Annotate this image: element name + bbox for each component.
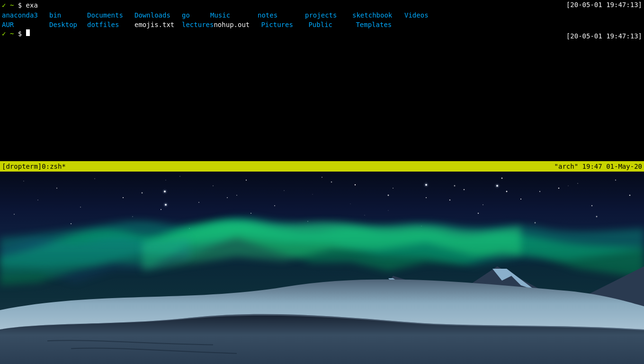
prompt-line-2: ✓ ~ $ [2,29,642,39]
ls-row-1: anaconda3 bin Documents Downloads go Mus… [2,10,642,20]
desktop-wallpaper [0,172,644,364]
cursor [26,29,30,36]
command-line: ✓ ~ $ exa [2,1,642,10]
command-text: exa [22,1,38,10]
timestamp-top: [20-05-01 19:47:13] [566,1,642,9]
prompt-arrow: ✓ [2,1,6,10]
terminal[interactable]: [20-05-01 19:47:13] ✓ ~ $ exa anaconda3 … [0,0,644,161]
tmux-left-label: [dropterm]0:zsh* [2,163,66,170]
tmux-right-label: "arch" 19:47 01-May-20 [555,163,642,170]
prompt-tilde: ~ [10,1,14,10]
prompt-dollar: $ [18,1,22,10]
ls-row-2: AUR Desktop dotfiles emojis.txt lectures… [2,20,642,29]
timestamp-bottom: [20-05-01 19:47:13] [566,32,642,40]
tmux-status-bar: [dropterm]0:zsh* "arch" 19:47 01-May-20 [0,161,644,172]
aurora-canvas [0,172,644,364]
aurora-scene [0,172,644,364]
